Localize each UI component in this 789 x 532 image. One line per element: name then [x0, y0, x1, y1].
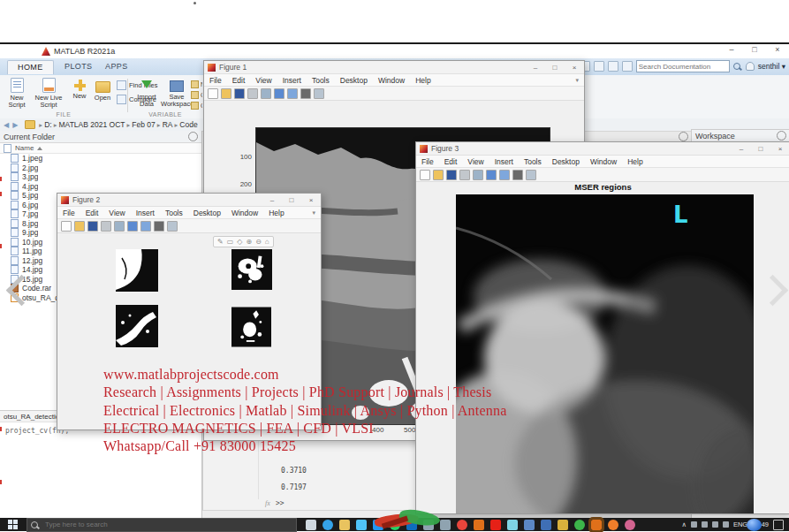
- figure-menu-item[interactable]: Insert: [283, 76, 301, 85]
- variable-action-button[interactable]: Op: [191, 89, 202, 100]
- edit-plot-icon[interactable]: [512, 170, 523, 180]
- zoom-out-icon[interactable]: ⊖: [255, 238, 262, 246]
- store-icon[interactable]: [406, 520, 417, 530]
- link-plot-icon[interactable]: [473, 170, 483, 180]
- minimize-button[interactable]: –: [725, 45, 738, 54]
- open-file-icon[interactable]: [221, 88, 231, 99]
- remote-desktop-icon[interactable]: [423, 520, 434, 530]
- browse-folder-icon[interactable]: [25, 120, 35, 129]
- breadcrumb-item[interactable]: MATLAB 2021 OCT: [54, 120, 125, 129]
- window-layout-icon[interactable]: [608, 61, 618, 72]
- print-figure-icon[interactable]: [459, 170, 470, 180]
- minimize-button[interactable]: –: [529, 64, 542, 72]
- figure2-titlebar[interactable]: Figure 2 – □ ×: [57, 194, 321, 207]
- pan-icon[interactable]: ◇: [237, 238, 242, 246]
- edit-plot-icon[interactable]: [154, 221, 164, 232]
- breadcrumb-item[interactable]: D:: [39, 120, 51, 129]
- save-workspace-button[interactable]: Save Workspace: [161, 78, 193, 108]
- file-row[interactable]: 3.jpg: [0, 172, 201, 182]
- figure-menu-item[interactable]: File: [421, 157, 434, 166]
- command-prompt[interactable]: >>: [276, 499, 284, 507]
- media-icon[interactable]: [625, 520, 635, 530]
- save-figure-icon[interactable]: [234, 88, 245, 99]
- figure-menu-item[interactable]: View: [467, 157, 483, 166]
- files-icon[interactable]: [558, 520, 568, 530]
- print-figure-icon[interactable]: [247, 88, 258, 99]
- volume-icon[interactable]: [712, 521, 718, 528]
- figure-menu-item[interactable]: Desktop: [552, 157, 580, 166]
- property-inspector-icon[interactable]: [526, 170, 536, 180]
- breadcrumb-item[interactable]: RA: [157, 120, 173, 129]
- new-figure-icon[interactable]: [61, 221, 72, 232]
- property-inspector-icon[interactable]: [314, 88, 324, 99]
- matlab-icon[interactable]: [474, 520, 484, 530]
- help-icon[interactable]: [622, 61, 633, 72]
- figure-menu-item[interactable]: Insert: [495, 157, 513, 166]
- edge-icon[interactable]: [322, 520, 333, 530]
- figure-menu-item[interactable]: Tools: [165, 209, 183, 217]
- forward-icon[interactable]: ▶: [12, 121, 18, 129]
- new-script-button[interactable]: New Script: [4, 78, 30, 109]
- whatsapp-icon[interactable]: [390, 520, 400, 530]
- new-button[interactable]: New: [69, 78, 90, 100]
- camera-icon[interactable]: [574, 520, 585, 530]
- photos-icon[interactable]: [356, 520, 367, 530]
- figure-menu-item[interactable]: Desktop: [193, 209, 221, 217]
- paste-icon[interactable]: [594, 61, 604, 72]
- datatips-icon[interactable]: ▭: [227, 238, 234, 246]
- hidden-icons-chevron[interactable]: ∧: [681, 521, 687, 528]
- insert-legend-icon[interactable]: [499, 170, 510, 180]
- new-live-script-button[interactable]: New Live Script: [32, 78, 65, 109]
- gallery-icon[interactable]: [541, 520, 551, 530]
- figure3-titlebar[interactable]: Figure 3 – □ ×: [416, 142, 789, 156]
- restore-view-icon[interactable]: ⌂: [265, 238, 269, 246]
- mail-icon[interactable]: [373, 520, 383, 530]
- figure-menu-item[interactable]: Help: [415, 76, 430, 85]
- paint3d-icon[interactable]: [507, 520, 518, 530]
- insert-colorbar-icon[interactable]: [127, 221, 138, 232]
- figure-menu-item[interactable]: Tools: [312, 76, 330, 85]
- tab-home[interactable]: HOME: [7, 60, 54, 74]
- youtube-icon[interactable]: [490, 520, 501, 530]
- figure-menu-item[interactable]: Desktop: [340, 76, 368, 85]
- back-icon[interactable]: ◀: [4, 121, 9, 129]
- figure-menu-item[interactable]: Edit: [444, 157, 458, 166]
- figure-menu-item[interactable]: Edit: [86, 209, 99, 217]
- pen-icon[interactable]: [723, 521, 729, 528]
- remote-desktop-2-icon[interactable]: [440, 520, 451, 530]
- figure-menu-item[interactable]: Help: [627, 157, 642, 166]
- insert-legend-icon[interactable]: [140, 221, 151, 232]
- brush-icon[interactable]: ✎: [217, 238, 224, 246]
- zoom-in-icon[interactable]: ⊕: [246, 238, 252, 246]
- figure-menu-item[interactable]: Window: [378, 76, 405, 85]
- menu-overflow-icon[interactable]: ▾: [312, 209, 315, 217]
- figure-menu-item[interactable]: File: [63, 209, 75, 217]
- link-plot-icon[interactable]: [114, 221, 125, 232]
- maximize-button[interactable]: □: [748, 45, 761, 54]
- figure-menu-item[interactable]: Edit: [232, 76, 246, 85]
- language-indicator[interactable]: ENG: [733, 521, 747, 528]
- edit-plot-icon[interactable]: [300, 88, 311, 99]
- breadcrumb-item[interactable]: Code: [174, 120, 197, 129]
- open-file-icon[interactable]: [433, 170, 444, 180]
- calculator-icon[interactable]: [524, 520, 535, 530]
- print-figure-icon[interactable]: [101, 221, 111, 232]
- taskbar-search[interactable]: [27, 518, 297, 532]
- task-view-icon[interactable]: [306, 520, 316, 530]
- insert-colorbar-icon[interactable]: [274, 88, 284, 99]
- tab-apps[interactable]: APPS: [95, 60, 138, 73]
- headset-icon[interactable]: [691, 521, 697, 528]
- maximize-button[interactable]: □: [549, 64, 561, 72]
- close-button[interactable]: ×: [568, 64, 580, 72]
- maximize-button[interactable]: □: [755, 145, 767, 153]
- close-button[interactable]: ×: [774, 145, 786, 153]
- file-explorer-icon[interactable]: [339, 520, 350, 530]
- file-row[interactable]: 1.jpeg: [0, 154, 201, 163]
- property-inspector-icon[interactable]: [167, 221, 178, 232]
- figure-menu-item[interactable]: File: [209, 76, 222, 85]
- figure-menu-item[interactable]: Window: [590, 157, 617, 166]
- file-row[interactable]: 2.jpg: [0, 163, 201, 173]
- search-documentation-input[interactable]: [636, 60, 730, 72]
- firefox-icon[interactable]: [608, 520, 618, 530]
- matlab-active-icon[interactable]: [591, 520, 602, 530]
